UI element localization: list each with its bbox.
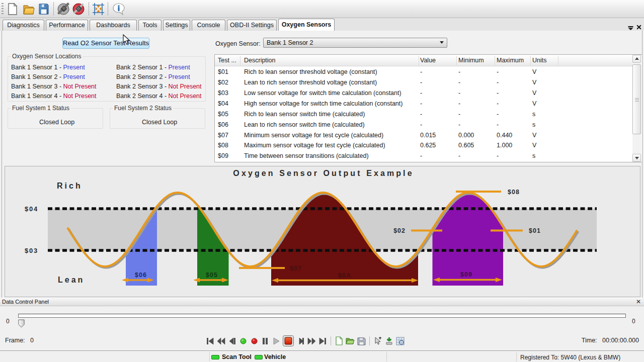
svg-text:$0A: $0A: [338, 272, 351, 279]
svg-text:$03: $03: [25, 247, 38, 254]
svg-text:$05: $05: [206, 272, 218, 279]
svg-text:Rich: Rich: [57, 182, 83, 190]
svg-text:$06: $06: [135, 272, 147, 279]
svg-text:$02: $02: [393, 227, 406, 234]
svg-text:$04: $04: [25, 205, 38, 213]
svg-text:Oxygen Sensor Output Example: Oxygen Sensor Output Example: [233, 169, 414, 177]
svg-text:$07: $07: [290, 265, 302, 272]
svg-text:$08: $08: [508, 189, 520, 196]
svg-text:Lean: Lean: [58, 276, 85, 284]
svg-text:$01: $01: [529, 227, 541, 234]
svg-text:$09: $09: [460, 271, 472, 278]
